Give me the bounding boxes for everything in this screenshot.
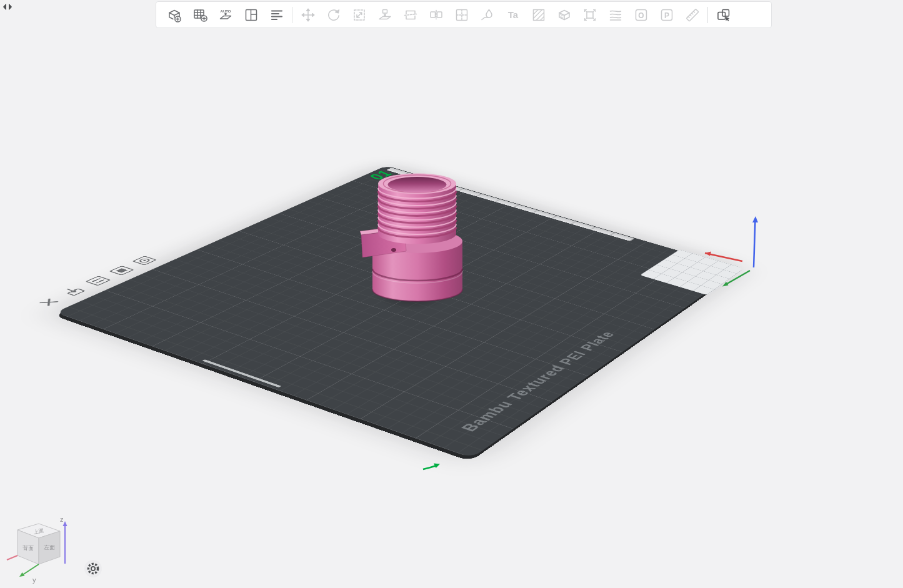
add-model-button[interactable] [164, 4, 184, 25]
sidebar-collapse-toggle[interactable] [2, 2, 13, 11]
auto-orient-icon: AUTO [217, 7, 234, 23]
add-plate-icon [192, 7, 208, 23]
arrange-button[interactable] [241, 4, 261, 25]
cut-icon [402, 7, 419, 23]
variable-layer-height-icon [607, 7, 624, 23]
support-painting-icon [582, 7, 598, 23]
split-to-objects-button[interactable] [426, 4, 446, 25]
tool-o-icon: O [633, 7, 649, 23]
viewport-3d[interactable]: 01 Bambu Textured PEI Plate [0, 0, 903, 588]
split-to-parts-button [451, 4, 472, 25]
split-view-button[interactable] [266, 4, 287, 25]
gear-icon [85, 561, 101, 577]
split-to-parts-icon [454, 7, 470, 23]
cube-z-axis [63, 521, 67, 564]
cube-z-label: z [60, 516, 64, 523]
view-cube-left-label: 左面 [44, 544, 55, 551]
toolbar-divider [707, 7, 708, 23]
cube-y-axis [19, 564, 39, 577]
add-model-icon [166, 7, 182, 23]
plate-arrow-indicator [423, 464, 440, 470]
plate-handle-notch [202, 359, 281, 387]
text-tool-button[interactable]: Ta [502, 4, 523, 25]
solid-model-icon [556, 7, 572, 23]
svg-text:O: O [638, 11, 644, 19]
model-threaded-adapter[interactable] [355, 160, 480, 307]
z-axis-indicator [752, 216, 758, 267]
split-to-objects-icon [428, 7, 444, 23]
plate-delete-icon [31, 296, 66, 309]
plate-settings-button[interactable] [81, 274, 115, 287]
split-view-icon [269, 7, 285, 23]
rotate-button[interactable] [323, 4, 344, 25]
plate-origin-corner [640, 249, 746, 295]
svg-text:Ta: Ta [507, 9, 518, 20]
measure-icon [684, 7, 701, 23]
solid-model-button[interactable] [554, 4, 574, 25]
plate-locate-button[interactable] [128, 254, 161, 267]
scale-icon [351, 7, 367, 23]
cut-button[interactable] [400, 4, 421, 25]
plate-name-label: Bambu Textured PEI Plate [457, 330, 619, 434]
cube-y-label: y [32, 576, 36, 584]
arrange-icon [243, 7, 259, 23]
view-cube-back-label: 背面 [22, 545, 34, 551]
tool-p-icon: P [659, 7, 675, 23]
lay-on-face-button[interactable] [374, 4, 395, 25]
auto-orient-button[interactable]: AUTO [215, 4, 236, 25]
plate-fill-icon [105, 264, 138, 277]
lay-on-face-icon [377, 7, 393, 23]
rotate-icon [326, 7, 342, 23]
view-cube[interactable]: 上面 背面 左面 z y [4, 514, 79, 587]
plate-toolbar [31, 254, 161, 309]
text-tool-icon: Ta [505, 7, 521, 23]
variable-layer-height-button[interactable] [605, 4, 626, 25]
plate-settings-icon [81, 274, 115, 287]
plate-locate-icon [128, 254, 161, 267]
tool-o-button[interactable]: O [631, 4, 651, 25]
main-toolbar: AUTO [156, 1, 772, 28]
seam-painting-icon [479, 7, 496, 23]
svg-text:P: P [664, 11, 669, 19]
color-painting-button[interactable] [528, 4, 549, 25]
move-button[interactable] [297, 4, 318, 25]
svg-text:AUTO: AUTO [220, 9, 231, 12]
color-painting-icon [531, 7, 547, 23]
move-icon [300, 7, 316, 23]
toolbar-divider [292, 7, 292, 23]
seam-painting-button[interactable] [477, 4, 497, 25]
support-painting-button[interactable] [579, 4, 600, 25]
plate-fill-button[interactable] [105, 264, 138, 277]
cube-x-axis [7, 556, 17, 560]
plate-delete-button[interactable] [31, 296, 66, 309]
viewport-settings-button[interactable] [84, 560, 102, 577]
collapse-chevrons-icon [2, 2, 13, 11]
plate-arrange-icon [57, 285, 91, 299]
scale-button[interactable] [349, 4, 369, 25]
assembly-view-icon [716, 7, 732, 23]
assembly-view-button[interactable] [713, 4, 734, 25]
add-plate-button[interactable] [189, 4, 210, 25]
plate-arrange-button[interactable] [57, 285, 91, 299]
measure-button[interactable] [682, 4, 702, 25]
tool-p-button[interactable]: P [656, 4, 677, 25]
